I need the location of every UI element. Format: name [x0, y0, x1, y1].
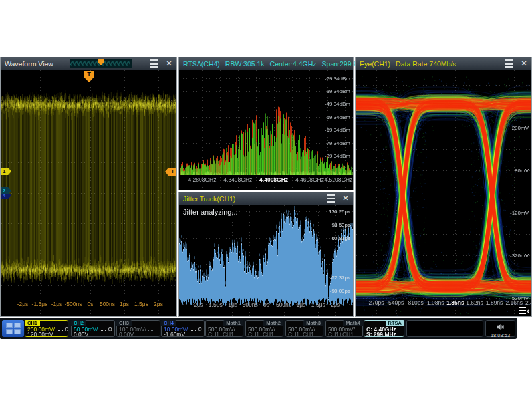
waveform-view-panel: Waveform View ✕ -2μs-1.5μs-1μs-500ns0s50… — [0, 57, 177, 317]
math-tab: Math1 — [223, 320, 243, 326]
math-box-4[interactable]: Math4500.00mV/CH1+CH1 — [325, 320, 363, 337]
dc-coupling-icon — [148, 327, 154, 331]
channel-box-ch1[interactable]: CH1200.00mV/Ω120.00mV — [25, 320, 68, 337]
jitter-track-panel: Jitter Track(CH1) ✕ 136.25ps98.53ps60.81… — [178, 192, 354, 317]
clock-box[interactable]: 18:03:53 — [485, 320, 515, 337]
channel-offset: 0.00V — [74, 332, 88, 338]
impedance-icon: Ω — [198, 326, 201, 332]
oscilloscope-screen: Waveform View ✕ -2μs-1.5μs-1μs-500ns0s50… — [0, 57, 532, 339]
rtsa-tab: RTSA — [386, 320, 404, 326]
close-icon[interactable]: ✕ — [166, 57, 172, 70]
eye-title: Eye(CH1) — [360, 60, 390, 68]
rtsa-title: RTSA(CH4) — [183, 60, 220, 68]
apps-grid-dot — [14, 329, 21, 334]
collapsed-menu-handle[interactable]: ‹ — [519, 307, 529, 314]
channel-box-ch4[interactable]: CH410.00mV/Ω-1.60mV — [161, 320, 205, 337]
rtsa-center: Center:4.4GHz — [270, 60, 317, 68]
math-box-3[interactable]: Math3500.00mV/CH1+CH1 — [285, 320, 323, 337]
close-icon[interactable]: ✕ — [342, 192, 349, 205]
impedance-icon: Ω — [65, 326, 68, 332]
jitter-track-plot[interactable] — [179, 205, 353, 316]
rtsa-header: RTSA(CH4) RBW:305.1k Center:4.4GHz Span:… — [179, 57, 353, 70]
rtsa-box[interactable]: RTSAC: 4.40GHzS: 299.MHz — [364, 320, 404, 337]
math-expression: CH1+CH1 — [208, 332, 234, 338]
dc-coupling-icon — [57, 327, 63, 331]
jitter-body: 136.25ps98.53ps60.81ps-52.37ps-90.09ps -… — [179, 205, 353, 316]
jitter-title: Jitter Track(CH1) — [183, 195, 235, 203]
math-expression: CH1+CH1 — [328, 332, 354, 338]
channel-tab-ch4: CH4 — [161, 320, 176, 326]
channel-offset: 0.00V — [119, 332, 134, 338]
clock-time: 18:03:53 — [486, 332, 515, 338]
apps-grid-dot — [14, 323, 21, 328]
eye-body: 280mV80mV-120mV-320mV-520mV 270ps540ps81… — [356, 70, 531, 316]
rtsa-rbw: RBW:305.1k — [225, 60, 265, 68]
close-icon[interactable]: ✕ — [521, 57, 527, 70]
trigger-letter: T — [87, 71, 91, 78]
channel-tab-ch3: CH3 — [116, 320, 132, 326]
jitter-header: Jitter Track(CH1) ✕ — [179, 192, 353, 205]
waveform-plot[interactable] — [1, 70, 176, 316]
math-tab: Math2 — [263, 320, 283, 326]
message-area[interactable] — [406, 320, 483, 337]
menu-icon[interactable] — [327, 194, 335, 203]
mute-icon — [497, 324, 505, 330]
apps-menu-button[interactable] — [2, 320, 24, 337]
eye-header: Eye(CH1) Data Rate:740Mb/s ✕ — [356, 57, 531, 70]
status-bar: 18:03:53 CH1200.00mV/Ω120.00mVCH250.00mV… — [0, 318, 517, 339]
menu-icon[interactable] — [150, 59, 158, 68]
rtsa-panel: RTSA(CH4) RBW:305.1k Center:4.4GHz Span:… — [178, 57, 354, 190]
channel-box-ch3[interactable]: CH3100.00mV/0.00V — [116, 320, 160, 337]
channel-box-ch2[interactable]: CH250.00mV/Ω0.00V — [71, 320, 115, 337]
rtsa-spectrum-plot[interactable] — [179, 70, 353, 190]
eye-diagram-plot[interactable] — [356, 70, 531, 316]
waveform-view-title: Waveform View — [5, 60, 53, 68]
jitter-status-text: Jitter analyzing... — [183, 208, 238, 216]
menu-icon[interactable] — [505, 59, 513, 68]
waveform-overview-strip[interactable] — [70, 59, 132, 68]
collapse-arrow-icon: ‹ — [527, 308, 529, 313]
eye-diagram-panel: Eye(CH1) Data Rate:740Mb/s ✕ 280mV80mV-1… — [355, 57, 532, 317]
math-expression: CH1+CH1 — [248, 332, 274, 338]
apps-grid-dot — [6, 323, 13, 328]
menu-bars-icon — [519, 307, 526, 314]
apps-grid-dot — [6, 329, 13, 334]
channel-tab-ch1: CH1 — [25, 320, 40, 326]
channel-offset: 120.00mV — [27, 332, 53, 338]
impedance-icon: Ω — [108, 326, 112, 332]
channel-tab-ch2: CH2 — [71, 320, 86, 326]
math-tab: Math3 — [303, 320, 323, 326]
math-box-1[interactable]: Math1500.00mV/CH1+CH1 — [205, 320, 243, 337]
waveform-view-header: Waveform View ✕ — [1, 57, 176, 70]
dc-coupling-icon — [190, 327, 196, 331]
channel-offset: -1.60mV — [164, 332, 185, 338]
waveform-view-body: -2μs-1.5μs-1μs-500ns0s500ns1μs1.5μs2μs T… — [1, 70, 176, 316]
math-tab: Math4 — [343, 320, 363, 326]
dc-coupling-icon — [100, 327, 106, 331]
rtsa-span-value: S: 299.MHz — [366, 332, 396, 338]
math-expression: CH1+CH1 — [288, 332, 314, 338]
rtsa-body: -29.34dBm-39.34dBm-49.34dBm-59.34dBm-69.… — [179, 70, 353, 190]
eye-data-rate: Data Rate:740Mb/s — [396, 60, 456, 68]
math-box-2[interactable]: Math2500.00mV/CH1+CH1 — [245, 320, 283, 337]
